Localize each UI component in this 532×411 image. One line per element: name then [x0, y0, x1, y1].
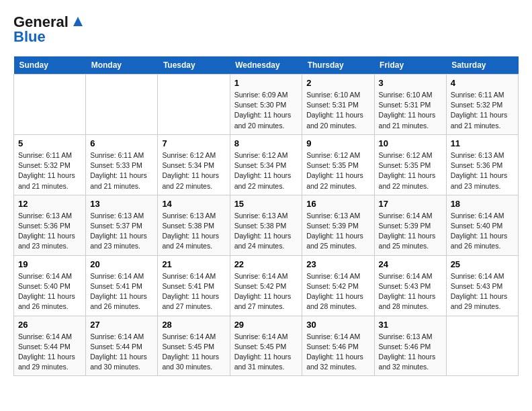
calendar-day-cell: 28Sunrise: 6:14 AM Sunset: 5:45 PM Dayli…	[158, 316, 230, 376]
calendar-week-row: 26Sunrise: 6:14 AM Sunset: 5:44 PM Dayli…	[14, 316, 519, 376]
day-number: 31	[379, 320, 442, 330]
calendar-day-cell: 20Sunrise: 6:14 AM Sunset: 5:41 PM Dayli…	[86, 255, 158, 316]
col-header-friday: Friday	[374, 56, 446, 75]
calendar-day-cell: 21Sunrise: 6:14 AM Sunset: 5:41 PM Dayli…	[158, 255, 230, 316]
calendar-day-cell: 23Sunrise: 6:14 AM Sunset: 5:42 PM Dayli…	[302, 255, 374, 316]
calendar-day-cell: 24Sunrise: 6:14 AM Sunset: 5:43 PM Dayli…	[374, 255, 446, 316]
calendar-day-cell: 2Sunrise: 6:10 AM Sunset: 5:31 PM Daylig…	[302, 75, 374, 135]
day-info: Sunrise: 6:12 AM Sunset: 5:34 PM Dayligh…	[234, 150, 298, 191]
day-info: Sunrise: 6:14 AM Sunset: 5:45 PM Dayligh…	[162, 332, 225, 373]
day-info: Sunrise: 6:14 AM Sunset: 5:44 PM Dayligh…	[90, 332, 153, 373]
svg-marker-0	[73, 17, 83, 26]
day-number: 4	[451, 78, 514, 88]
calendar-week-row: 1Sunrise: 6:09 AM Sunset: 5:30 PM Daylig…	[14, 75, 519, 135]
day-number: 23	[306, 259, 369, 269]
col-header-tuesday: Tuesday	[158, 56, 230, 75]
day-info: Sunrise: 6:14 AM Sunset: 5:42 PM Dayligh…	[234, 271, 298, 312]
day-number: 3	[379, 78, 442, 88]
day-info: Sunrise: 6:14 AM Sunset: 5:45 PM Dayligh…	[234, 332, 298, 373]
day-info: Sunrise: 6:12 AM Sunset: 5:34 PM Dayligh…	[162, 150, 225, 191]
calendar-day-cell: 16Sunrise: 6:13 AM Sunset: 5:39 PM Dayli…	[302, 195, 374, 255]
calendar-day-cell: 4Sunrise: 6:11 AM Sunset: 5:32 PM Daylig…	[446, 75, 518, 135]
day-number: 1	[234, 78, 298, 88]
day-info: Sunrise: 6:10 AM Sunset: 5:31 PM Dayligh…	[306, 90, 369, 131]
day-info: Sunrise: 6:14 AM Sunset: 5:41 PM Dayligh…	[162, 271, 225, 312]
col-header-monday: Monday	[86, 56, 158, 75]
day-number: 27	[90, 320, 153, 330]
day-number: 10	[379, 138, 442, 148]
day-number: 5	[18, 138, 81, 148]
day-number: 21	[162, 259, 225, 269]
day-info: Sunrise: 6:12 AM Sunset: 5:35 PM Dayligh…	[306, 150, 369, 191]
day-info: Sunrise: 6:13 AM Sunset: 5:36 PM Dayligh…	[18, 211, 81, 252]
day-info: Sunrise: 6:14 AM Sunset: 5:43 PM Dayligh…	[451, 271, 514, 312]
empty-cell	[158, 75, 230, 135]
col-header-thursday: Thursday	[302, 56, 374, 75]
day-info: Sunrise: 6:14 AM Sunset: 5:43 PM Dayligh…	[379, 271, 442, 312]
empty-cell	[86, 75, 158, 135]
day-number: 13	[90, 199, 153, 209]
day-number: 16	[306, 199, 369, 209]
calendar-day-cell: 18Sunrise: 6:14 AM Sunset: 5:40 PM Dayli…	[446, 195, 518, 255]
calendar-day-cell: 31Sunrise: 6:13 AM Sunset: 5:46 PM Dayli…	[374, 316, 446, 376]
day-number: 12	[18, 199, 81, 209]
logo-blue: Blue	[13, 28, 46, 46]
calendar-day-cell: 27Sunrise: 6:14 AM Sunset: 5:44 PM Dayli…	[86, 316, 158, 376]
calendar-day-cell: 6Sunrise: 6:11 AM Sunset: 5:33 PM Daylig…	[86, 134, 158, 195]
day-number: 17	[379, 199, 442, 209]
day-number: 26	[18, 320, 81, 330]
day-number: 8	[234, 138, 298, 148]
col-header-wednesday: Wednesday	[230, 56, 302, 75]
calendar-week-row: 5Sunrise: 6:11 AM Sunset: 5:32 PM Daylig…	[14, 134, 519, 195]
empty-cell	[14, 75, 86, 135]
day-info: Sunrise: 6:13 AM Sunset: 5:38 PM Dayligh…	[234, 211, 298, 252]
calendar-day-cell: 29Sunrise: 6:14 AM Sunset: 5:45 PM Dayli…	[230, 316, 302, 376]
calendar-day-cell: 15Sunrise: 6:13 AM Sunset: 5:38 PM Dayli…	[230, 195, 302, 255]
col-header-sunday: Sunday	[14, 56, 86, 75]
calendar-day-cell: 3Sunrise: 6:10 AM Sunset: 5:31 PM Daylig…	[374, 75, 446, 135]
day-number: 19	[18, 259, 81, 269]
calendar-week-row: 19Sunrise: 6:14 AM Sunset: 5:40 PM Dayli…	[14, 255, 519, 316]
day-number: 25	[451, 259, 514, 269]
day-info: Sunrise: 6:14 AM Sunset: 5:46 PM Dayligh…	[306, 332, 369, 373]
calendar-day-cell: 11Sunrise: 6:13 AM Sunset: 5:36 PM Dayli…	[446, 134, 518, 195]
day-number: 6	[90, 138, 153, 148]
empty-cell	[446, 316, 518, 376]
calendar-day-cell: 17Sunrise: 6:14 AM Sunset: 5:39 PM Dayli…	[374, 195, 446, 255]
day-number: 30	[306, 320, 369, 330]
page-header: General Blue	[13, 13, 519, 46]
logo: General Blue	[13, 13, 85, 46]
calendar-day-cell: 1Sunrise: 6:09 AM Sunset: 5:30 PM Daylig…	[230, 75, 302, 135]
day-info: Sunrise: 6:13 AM Sunset: 5:36 PM Dayligh…	[451, 150, 514, 191]
day-number: 29	[234, 320, 298, 330]
calendar-day-cell: 9Sunrise: 6:12 AM Sunset: 5:35 PM Daylig…	[302, 134, 374, 195]
day-info: Sunrise: 6:14 AM Sunset: 5:44 PM Dayligh…	[18, 332, 81, 373]
col-header-saturday: Saturday	[446, 56, 518, 75]
day-info: Sunrise: 6:11 AM Sunset: 5:32 PM Dayligh…	[451, 90, 514, 131]
day-info: Sunrise: 6:14 AM Sunset: 5:39 PM Dayligh…	[379, 211, 442, 252]
day-info: Sunrise: 6:14 AM Sunset: 5:42 PM Dayligh…	[306, 271, 369, 312]
calendar-day-cell: 22Sunrise: 6:14 AM Sunset: 5:42 PM Dayli…	[230, 255, 302, 316]
day-info: Sunrise: 6:10 AM Sunset: 5:31 PM Dayligh…	[379, 90, 442, 131]
day-info: Sunrise: 6:14 AM Sunset: 5:41 PM Dayligh…	[90, 271, 153, 312]
day-info: Sunrise: 6:11 AM Sunset: 5:32 PM Dayligh…	[18, 150, 81, 191]
day-info: Sunrise: 6:14 AM Sunset: 5:40 PM Dayligh…	[18, 271, 81, 312]
day-info: Sunrise: 6:12 AM Sunset: 5:35 PM Dayligh…	[379, 150, 442, 191]
day-info: Sunrise: 6:13 AM Sunset: 5:46 PM Dayligh…	[379, 332, 442, 373]
calendar-week-row: 12Sunrise: 6:13 AM Sunset: 5:36 PM Dayli…	[14, 195, 519, 255]
day-number: 22	[234, 259, 298, 269]
day-info: Sunrise: 6:13 AM Sunset: 5:38 PM Dayligh…	[162, 211, 225, 252]
day-info: Sunrise: 6:13 AM Sunset: 5:39 PM Dayligh…	[306, 211, 369, 252]
day-number: 20	[90, 259, 153, 269]
day-number: 9	[306, 138, 369, 148]
logo-icon	[71, 14, 85, 29]
day-number: 28	[162, 320, 225, 330]
calendar-table: SundayMondayTuesdayWednesdayThursdayFrid…	[13, 56, 519, 376]
calendar-day-cell: 25Sunrise: 6:14 AM Sunset: 5:43 PM Dayli…	[446, 255, 518, 316]
day-number: 18	[451, 199, 514, 209]
calendar-day-cell: 13Sunrise: 6:13 AM Sunset: 5:37 PM Dayli…	[86, 195, 158, 255]
day-info: Sunrise: 6:13 AM Sunset: 5:37 PM Dayligh…	[90, 211, 153, 252]
day-info: Sunrise: 6:14 AM Sunset: 5:40 PM Dayligh…	[451, 211, 514, 252]
calendar-day-cell: 30Sunrise: 6:14 AM Sunset: 5:46 PM Dayli…	[302, 316, 374, 376]
calendar-header-row: SundayMondayTuesdayWednesdayThursdayFrid…	[14, 56, 519, 75]
